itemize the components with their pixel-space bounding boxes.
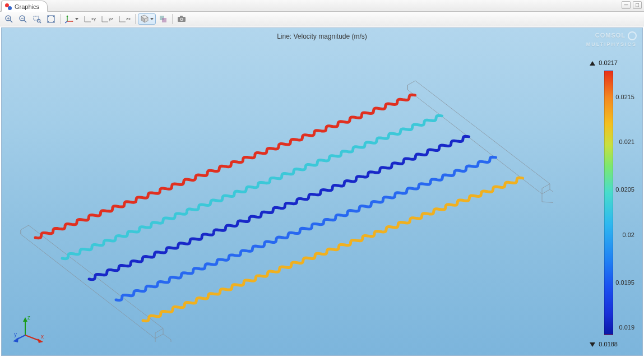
window-titlebar: Graphics ─ □ bbox=[0, 0, 644, 12]
svg-line-9 bbox=[40, 22, 41, 23]
view-zx-label: zx bbox=[126, 16, 131, 21]
svg-text:y: y bbox=[14, 331, 17, 337]
transparency-button[interactable] bbox=[156, 13, 170, 25]
svg-point-27 bbox=[181, 18, 183, 20]
svg-text:x: x bbox=[41, 333, 44, 340]
zoom-in-button[interactable] bbox=[2, 13, 16, 25]
channel-line-3 bbox=[89, 136, 469, 280]
svg-line-13 bbox=[65, 21, 67, 23]
dropdown-caret-icon bbox=[75, 18, 78, 20]
svg-marker-35 bbox=[13, 337, 18, 342]
zoom-out-button[interactable] bbox=[16, 13, 30, 25]
colorbar-tick: 0.0215 bbox=[615, 94, 634, 100]
view-yz-button[interactable]: yz bbox=[99, 13, 115, 25]
svg-rect-23 bbox=[162, 18, 166, 22]
triangle-up-icon bbox=[590, 61, 595, 66]
channel-line-5 bbox=[143, 178, 523, 321]
view-yz-label: yz bbox=[109, 16, 113, 21]
zoom-extents-button[interactable] bbox=[44, 13, 58, 25]
colorbar bbox=[604, 71, 613, 335]
channel-line-1 bbox=[35, 95, 415, 238]
triangle-down-icon bbox=[590, 342, 595, 347]
svg-marker-15 bbox=[72, 20, 73, 22]
dropdown-caret-icon bbox=[150, 18, 154, 20]
colorbar-ticks: 0.019 0.0195 0.02 0.0205 0.021 0.0215 bbox=[568, 71, 602, 335]
scene-light-button[interactable] bbox=[138, 13, 156, 25]
channel-line-4 bbox=[116, 157, 496, 300]
channel-line-2 bbox=[62, 115, 442, 259]
zoom-box-button[interactable] bbox=[30, 13, 44, 25]
svg-rect-25 bbox=[180, 16, 183, 17]
app-logo-icon bbox=[5, 3, 12, 10]
orientation-triad: z x y bbox=[13, 312, 47, 345]
plot-title: Line: Velocity magnitude (m/s) bbox=[2, 33, 642, 40]
colorbar-max: 0.0217 bbox=[590, 59, 618, 66]
svg-marker-14 bbox=[67, 15, 68, 17]
svg-line-5 bbox=[24, 20, 26, 22]
colorbar-tick: 0.02 bbox=[623, 231, 634, 238]
view-zx-button[interactable]: zx bbox=[116, 13, 133, 25]
svg-marker-29 bbox=[23, 317, 27, 322]
snapshot-button[interactable] bbox=[175, 13, 188, 25]
window-title: Graphics bbox=[15, 3, 39, 10]
colorbar-tick: 0.019 bbox=[619, 324, 634, 331]
toolbar-separator bbox=[172, 14, 173, 24]
svg-line-31 bbox=[25, 335, 40, 341]
svg-text:z: z bbox=[27, 314, 30, 321]
colorbar-tick: 0.0195 bbox=[615, 279, 634, 286]
toolbar-separator bbox=[135, 14, 136, 24]
plot-3d-scene bbox=[15, 73, 553, 342]
view-xy-label: xy bbox=[91, 16, 96, 21]
graphics-toolbar: xy yz zx bbox=[0, 12, 644, 26]
svg-line-1 bbox=[10, 20, 12, 22]
colorbar-min: 0.0188 bbox=[590, 341, 618, 347]
window-tab[interactable]: Graphics bbox=[1, 1, 48, 12]
colorbar-tick: 0.021 bbox=[619, 138, 634, 145]
colorbar-tick: 0.0205 bbox=[615, 186, 634, 193]
graphics-viewport[interactable]: Line: Velocity magnitude (m/s) COMSOL MU… bbox=[1, 27, 643, 356]
brand-globe-icon bbox=[628, 31, 637, 40]
minimize-button[interactable]: ─ bbox=[622, 1, 631, 9]
default-3d-view-button[interactable] bbox=[63, 13, 81, 25]
toolbar-separator bbox=[60, 14, 61, 24]
maximize-button[interactable]: □ bbox=[633, 1, 642, 9]
view-xy-button[interactable]: xy bbox=[81, 13, 98, 25]
brand-watermark: COMSOL MULTIPHYSICS bbox=[586, 31, 637, 47]
